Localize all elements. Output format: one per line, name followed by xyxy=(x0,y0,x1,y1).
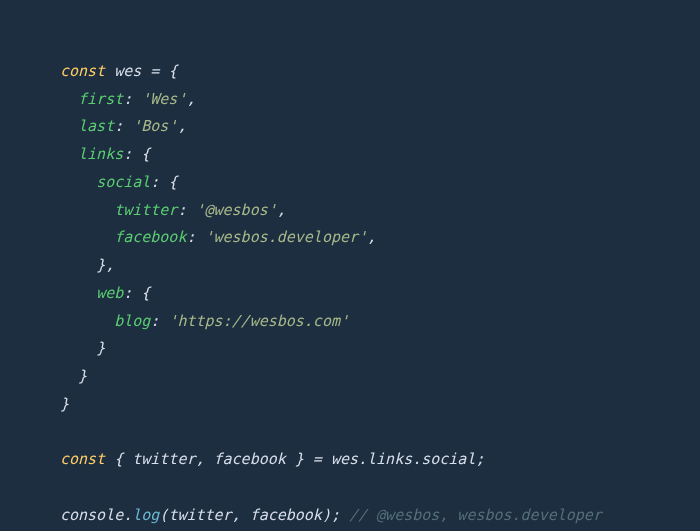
code-line: } xyxy=(60,367,87,385)
brace: { xyxy=(141,284,150,302)
indent xyxy=(60,228,114,246)
operator: = xyxy=(141,62,168,80)
property: facebook xyxy=(114,228,186,246)
code-line: blog: 'https://wesbos.com' xyxy=(60,312,349,330)
indent xyxy=(60,339,96,357)
code-line: twitter: '@wesbos', xyxy=(60,201,286,219)
variable-name: facebook xyxy=(214,450,286,468)
brace: { xyxy=(141,145,150,163)
colon: : xyxy=(177,201,195,219)
indent xyxy=(60,201,114,219)
indent xyxy=(60,256,96,274)
brace: } xyxy=(96,339,105,357)
object: console xyxy=(60,506,123,524)
indent xyxy=(60,145,78,163)
indent xyxy=(60,117,78,135)
code-line: } xyxy=(60,339,105,357)
code-line: facebook: 'wesbos.developer', xyxy=(60,228,376,246)
string: 'https://wesbos.com' xyxy=(168,312,349,330)
code-block: const wes = { first: 'Wes', last: 'Bos',… xyxy=(60,30,640,530)
variable-name: facebook xyxy=(250,506,322,524)
indent xyxy=(60,367,78,385)
keyword-const: const xyxy=(60,450,105,468)
indent xyxy=(60,173,96,191)
object: social xyxy=(421,450,475,468)
brace: } xyxy=(60,395,69,413)
colon: : xyxy=(150,173,168,191)
string: '@wesbos' xyxy=(195,201,276,219)
code-line: }, xyxy=(60,256,114,274)
variable-name: wes xyxy=(114,62,141,80)
code-line: const { twitter, facebook } = wes.links.… xyxy=(60,450,484,468)
operator: = xyxy=(304,450,331,468)
brace: { xyxy=(168,173,177,191)
space xyxy=(105,450,114,468)
comma: , xyxy=(177,117,186,135)
code-line: } xyxy=(60,395,69,413)
paren: ) xyxy=(322,506,331,524)
string: 'Wes' xyxy=(141,90,186,108)
code-line: links: { xyxy=(60,145,150,163)
code-line: const wes = { xyxy=(60,62,177,80)
comma: , xyxy=(277,201,286,219)
colon: : xyxy=(186,228,204,246)
brace: }, xyxy=(96,256,114,274)
indent xyxy=(60,312,114,330)
colon: : xyxy=(123,145,141,163)
dot: . xyxy=(412,450,421,468)
colon: : xyxy=(114,117,132,135)
comma: , xyxy=(367,228,376,246)
object: links xyxy=(367,450,412,468)
string: 'wesbos.developer' xyxy=(205,228,368,246)
property: web xyxy=(96,284,123,302)
colon: : xyxy=(123,90,141,108)
colon: : xyxy=(150,312,168,330)
variable-name: twitter xyxy=(168,506,231,524)
code-line: web: { xyxy=(60,284,150,302)
brace: { xyxy=(168,62,177,80)
colon: : xyxy=(123,284,141,302)
object: wes xyxy=(331,450,358,468)
brace: { xyxy=(114,450,132,468)
code-line: last: 'Bos', xyxy=(60,117,186,135)
semicolon: ; xyxy=(331,506,340,524)
dot: . xyxy=(123,506,132,524)
string: 'Bos' xyxy=(132,117,177,135)
property: last xyxy=(78,117,114,135)
property: blog xyxy=(114,312,150,330)
comma: , xyxy=(232,506,250,524)
brace: } xyxy=(286,450,304,468)
method: log xyxy=(132,506,159,524)
semicolon: ; xyxy=(475,450,484,468)
code-line: console.log(twitter, facebook); // @wesb… xyxy=(60,506,602,524)
property: social xyxy=(96,173,150,191)
property: first xyxy=(78,90,123,108)
indent xyxy=(60,284,96,302)
indent xyxy=(60,90,78,108)
code-line: social: { xyxy=(60,173,177,191)
keyword-const: const xyxy=(60,62,105,80)
space xyxy=(340,506,349,524)
property: twitter xyxy=(114,201,177,219)
property: links xyxy=(78,145,123,163)
comma: , xyxy=(195,450,213,468)
comment: // @wesbos, wesbos.developer xyxy=(349,506,602,524)
code-line: first: 'Wes', xyxy=(60,90,195,108)
variable-name: twitter xyxy=(132,450,195,468)
dot: . xyxy=(358,450,367,468)
brace: } xyxy=(78,367,87,385)
comma: , xyxy=(186,90,195,108)
